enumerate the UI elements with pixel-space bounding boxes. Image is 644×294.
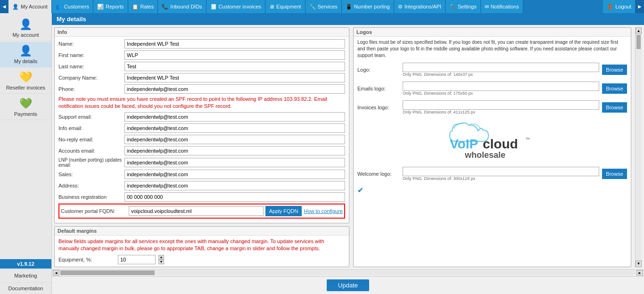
invoices-logo-hint: Only PNG. Dimensions of: 411x125 px	[403, 110, 599, 114]
tab-customers[interactable]: 👥 Customers	[52, 0, 93, 13]
tab-inbound-dids[interactable]: 📞 Inbound DIDs	[158, 0, 206, 13]
logout-icon: 🚪	[607, 4, 613, 10]
no-reply-email-label: No-reply email:	[58, 137, 124, 142]
first-name-input[interactable]	[124, 50, 345, 60]
hscroll-thumb[interactable]	[60, 270, 155, 275]
invoices-logo-input[interactable]	[403, 100, 599, 110]
margins-legend: Default margins	[55, 227, 349, 236]
bottom-scrollbar: ◄ ►	[52, 270, 644, 276]
svg-text:™: ™	[525, 137, 530, 142]
scroll-up-button[interactable]: ▲	[636, 27, 642, 34]
spinner-down[interactable]: ▼	[158, 260, 164, 264]
support-email-input[interactable]	[124, 112, 345, 122]
tab-customer-invoices[interactable]: 🧾 Customer invoices	[206, 0, 265, 13]
phone-label: Phone:	[58, 86, 124, 92]
first-name-label: First name:	[58, 52, 124, 58]
logo-browse-button[interactable]: Browse	[602, 65, 627, 75]
margins-warning: Below fields update margins for all serv…	[58, 238, 345, 253]
info-email-label: Info email:	[58, 125, 124, 131]
logos-section: Logos Logo files must be of sizes specif…	[353, 27, 631, 267]
content-area: My details Info Name: First name:	[52, 13, 644, 294]
tab-logout[interactable]: 🚪 Logout	[603, 0, 636, 13]
logo-input-wrap: Only PNG. Dimensions of: 140x37 px	[403, 63, 599, 77]
tab-services[interactable]: 🔧 Services	[305, 0, 342, 13]
my-details-sidebar-icon: 👤	[19, 45, 32, 57]
company-name-input[interactable]	[124, 73, 345, 82]
tab-reports-label: Reports	[106, 4, 124, 9]
hscroll-right-button[interactable]: ►	[636, 270, 643, 276]
integrations-api-icon: ⚙	[398, 4, 403, 10]
equipment-icon: 🖥	[269, 4, 274, 9]
name-input[interactable]	[124, 39, 345, 49]
checkmark-icon: ✔	[357, 186, 363, 194]
accounts-email-label: Accounts email:	[58, 148, 124, 154]
tab-inbound-dids-label: Inbound DIDs	[170, 4, 202, 9]
phone-row: Phone:	[58, 84, 345, 94]
sales-row: Sales:	[58, 170, 345, 179]
lnp-email-input[interactable]	[124, 158, 345, 167]
spinner-up[interactable]: ▲	[158, 255, 164, 260]
welcome-logo-browse-button[interactable]: Browse	[602, 169, 627, 179]
fqdn-input[interactable]	[129, 206, 264, 216]
update-bar: Update	[52, 276, 644, 294]
tab-number-porting[interactable]: 📱 Number porting	[342, 0, 394, 13]
logo-input[interactable]	[403, 63, 599, 72]
hscroll-track[interactable]	[60, 270, 636, 275]
customer-invoices-icon: 🧾	[210, 4, 217, 10]
scroll-track[interactable]	[636, 34, 642, 261]
tab-logout-label: Logout	[615, 4, 631, 9]
rates-icon: 📋	[132, 4, 139, 10]
spf-warning: Please note you must ensure you have cre…	[58, 96, 345, 110]
business-reg-input[interactable]	[124, 192, 345, 202]
apply-fqdn-button[interactable]: Apply FQDN	[265, 206, 302, 216]
sidebar-reseller-invoices-label: Reseller invoices	[6, 85, 45, 90]
address-input[interactable]	[124, 181, 345, 190]
support-email-label: Support email:	[58, 114, 124, 120]
info-email-input[interactable]	[124, 123, 345, 133]
sidebar-item-documentation[interactable]: Documentation	[0, 282, 51, 294]
sidebar-item-my-account[interactable]: 👤 My account	[0, 16, 51, 41]
right-panel: Logos Logo files must be of sizes specif…	[353, 27, 631, 267]
scroll-thumb[interactable]	[636, 35, 641, 49]
invoices-logo-browse-button[interactable]: Browse	[602, 102, 627, 113]
hscroll-left-button[interactable]: ◄	[53, 270, 59, 276]
info-section: Info Name: First name: Last name:	[54, 27, 349, 223]
tab-rates[interactable]: 📋 Rates	[128, 0, 158, 13]
tab-reports[interactable]: 📊 Reports	[93, 0, 128, 13]
last-name-input[interactable]	[124, 62, 345, 71]
emails-logo-input[interactable]	[403, 82, 599, 91]
phone-input[interactable]	[124, 84, 345, 94]
accounts-email-row: Accounts email:	[58, 146, 345, 155]
sales-input[interactable]	[124, 170, 345, 179]
fqdn-label: Customer portal FQDN:	[61, 208, 127, 214]
sidebar-item-reseller-invoices[interactable]: 💛 Reseller invoices	[0, 68, 51, 94]
tab-notifications[interactable]: ✉ Notifications	[481, 0, 523, 13]
accounts-email-input[interactable]	[124, 146, 345, 155]
scroll-down-button[interactable]: ▼	[636, 261, 642, 267]
page-title: My details	[52, 13, 644, 25]
equipment-margin-spinner[interactable]: ▲ ▼	[158, 255, 164, 264]
equipment-margin-input[interactable]	[118, 255, 156, 264]
info-email-row: Info email:	[58, 123, 345, 133]
tab-my-account[interactable]: 👤 My Account	[8, 0, 52, 13]
tab-settings[interactable]: 🔨 Settings	[446, 0, 481, 13]
margins-section: Default margins Below fields update marg…	[54, 226, 349, 267]
payments-sidebar-icon: 💚	[19, 98, 32, 110]
tab-integrations-api[interactable]: ⚙ Integrations/API	[394, 0, 446, 13]
sidebar-item-my-details[interactable]: 👤 My details	[0, 42, 51, 67]
my-account-sidebar-icon: 👤	[19, 18, 32, 31]
welcome-logo-input[interactable]	[403, 167, 599, 176]
services-icon: 🔧	[309, 4, 316, 10]
sidebar-item-payments[interactable]: 💚 Payments	[0, 95, 51, 120]
nav-right-arrow[interactable]: ►	[636, 0, 644, 13]
no-reply-email-input[interactable]	[124, 135, 345, 144]
top-navigation: ◄ 👤 My Account 👥 Customers 📊 Reports 📋 R…	[0, 0, 644, 13]
how-to-configure-link[interactable]: How to configure	[304, 208, 343, 214]
tab-rates-label: Rates	[140, 4, 154, 9]
company-name-row: Company Name:	[58, 73, 345, 82]
nav-left-arrow[interactable]: ◄	[0, 0, 8, 13]
tab-equipment[interactable]: 🖥 Equipment	[265, 0, 305, 13]
emails-logo-browse-button[interactable]: Browse	[602, 83, 627, 94]
update-button[interactable]: Update	[327, 279, 369, 291]
sidebar-item-marketing[interactable]: Marketing	[0, 270, 51, 281]
